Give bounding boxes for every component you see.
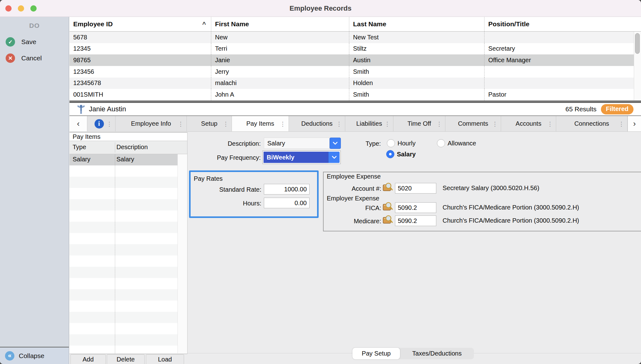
table-row[interactable]: 5678 New New Test bbox=[69, 32, 634, 43]
pay-setup-tab[interactable]: Pay Setup bbox=[352, 348, 400, 359]
cell-position-title: Secretary bbox=[485, 43, 634, 55]
radio-salary-label[interactable]: Salary bbox=[397, 151, 416, 158]
cancel-button[interactable]: ✕ Cancel bbox=[0, 53, 69, 64]
description-label: Description: bbox=[189, 140, 261, 147]
radio-allowance-label[interactable]: Allowance bbox=[448, 140, 476, 147]
tab-employee-info[interactable]: Employee Info ⋮ bbox=[115, 116, 187, 131]
column-header-position-title[interactable]: Position/Title bbox=[485, 17, 634, 31]
pay-frequency-value[interactable]: BiWeekly bbox=[264, 152, 328, 163]
tab-menu-dots-icon[interactable]: ⋮ bbox=[336, 120, 342, 127]
cell-first-name: New bbox=[211, 32, 349, 43]
filtered-badge[interactable]: Filtered bbox=[601, 104, 633, 114]
account-description: Secretary Salary (3000.5020.H.56) bbox=[443, 185, 539, 192]
tab-pay-items[interactable]: Pay Items ⋮ bbox=[232, 116, 289, 131]
tab-menu-dots-icon[interactable]: ⋮ bbox=[547, 120, 553, 127]
tab-label: Connections bbox=[574, 120, 609, 127]
cell-last-name: Holden bbox=[349, 78, 485, 89]
cancel-x-icon: ✕ bbox=[6, 53, 15, 63]
cell-position-title bbox=[485, 78, 634, 89]
employee-table-header: Employee ID ^ First Name Last Name Posit… bbox=[69, 17, 641, 32]
cell-employee-id: 5678 bbox=[69, 32, 211, 43]
tab-menu-dots-icon[interactable]: ⋮ bbox=[280, 120, 286, 127]
radio-hourly[interactable] bbox=[387, 139, 395, 147]
employee-expense-title: Employee Expense bbox=[327, 173, 381, 180]
cell-position-title: Office Manager bbox=[485, 54, 634, 66]
tab-info[interactable]: i ⋮ bbox=[87, 116, 115, 131]
tab-menu-dots-icon[interactable]: ⋮ bbox=[178, 120, 184, 127]
pay-frequency-dropdown-button[interactable] bbox=[328, 152, 340, 163]
taxes-deductions-tab[interactable]: Taxes/Deductions bbox=[400, 348, 474, 359]
bottom-segmented-control: Pay Setup Taxes/Deductions bbox=[352, 348, 474, 359]
cell-last-name: Smith bbox=[349, 89, 485, 100]
pay-rates-title: Pay Rates bbox=[194, 175, 223, 182]
description-select[interactable]: Salary bbox=[264, 138, 330, 149]
hours-input[interactable] bbox=[264, 198, 310, 208]
cell-employee-id: 001SMITH bbox=[69, 89, 211, 100]
cell-first-name: Janie bbox=[211, 54, 349, 66]
save-button[interactable]: ✓ Save bbox=[0, 36, 69, 48]
cell-position-title: Pastor bbox=[485, 89, 634, 100]
account-lookup-icon[interactable] bbox=[382, 182, 393, 192]
type-label: Type: bbox=[366, 140, 381, 147]
medicare-description: Church's FICA/Medicare Portion (3000.509… bbox=[443, 217, 579, 224]
fica-label: FICA: bbox=[312, 204, 381, 212]
tab-deductions[interactable]: Deductions ⋮ bbox=[289, 116, 345, 131]
collapse-button[interactable]: « Collapse bbox=[0, 347, 69, 364]
tab-liabilities[interactable]: Liabilities ⋮ bbox=[345, 116, 393, 131]
table-horizontal-scrollbar[interactable] bbox=[69, 100, 641, 103]
tab-label: Pay Items bbox=[246, 120, 274, 127]
tab-menu-dots-icon[interactable]: ⋮ bbox=[618, 120, 624, 127]
table-row[interactable]: 001SMITH John A Smith Pastor bbox=[69, 89, 634, 100]
column-label: First Name bbox=[215, 20, 249, 28]
sidebar: DO ✓ Save ✕ Cancel « Collapse bbox=[0, 17, 69, 364]
pay-frequency-select[interactable]: BiWeekly bbox=[262, 150, 341, 164]
tab-menu-dots-icon[interactable]: ⋮ bbox=[436, 120, 442, 127]
tab-connections[interactable]: Connections ⋮ bbox=[556, 116, 628, 131]
tabs-scroll-right-button[interactable]: › bbox=[628, 116, 641, 131]
tab-time-off[interactable]: Time Off ⋮ bbox=[393, 116, 445, 131]
table-row[interactable]: 123456 Jerry Smith bbox=[69, 66, 634, 78]
tab-menu-dots-icon[interactable]: ⋮ bbox=[106, 120, 112, 127]
cell-employee-id: 12345678 bbox=[69, 78, 211, 89]
radio-salary[interactable] bbox=[386, 150, 394, 158]
table-row-selected[interactable]: 98765 Janie Austin Office Manager bbox=[69, 54, 634, 66]
tab-bar: ‹ i ⋮ Employee Info ⋮ Setup ⋮ Pay Items … bbox=[69, 116, 641, 132]
collapse-chevrons-icon: « bbox=[5, 351, 14, 361]
cell-position-title bbox=[485, 32, 634, 43]
table-row[interactable]: 12345678 malachi Holden bbox=[69, 78, 634, 89]
medicare-account-input[interactable] bbox=[395, 215, 436, 226]
cell-employee-id: 12345 bbox=[69, 43, 211, 55]
info-icon: i bbox=[95, 119, 104, 129]
table-row[interactable]: 12345 Terri Stiltz Secretary bbox=[69, 43, 634, 55]
account-number-input[interactable] bbox=[395, 183, 436, 194]
tab-menu-dots-icon[interactable]: ⋮ bbox=[384, 120, 390, 127]
fica-lookup-icon[interactable] bbox=[382, 201, 393, 211]
cancel-label: Cancel bbox=[21, 54, 42, 62]
tab-accounts[interactable]: Accounts ⋮ bbox=[501, 116, 556, 131]
table-vertical-scrollbar[interactable] bbox=[634, 32, 641, 100]
scrollbar-thumb[interactable] bbox=[635, 33, 640, 54]
fica-account-input[interactable] bbox=[395, 202, 436, 213]
record-name: Janie Austin bbox=[89, 105, 126, 113]
pay-rates-highlight-box: Pay Rates Standard Rate: Hours: bbox=[189, 170, 319, 218]
column-header-employee-id[interactable]: Employee ID ^ bbox=[69, 17, 211, 31]
tab-menu-dots-icon[interactable]: ⋮ bbox=[492, 120, 498, 127]
cell-last-name: Austin bbox=[349, 54, 485, 66]
cell-last-name: Smith bbox=[349, 66, 485, 78]
radio-hourly-label[interactable]: Hourly bbox=[397, 140, 416, 147]
column-header-first-name[interactable]: First Name bbox=[211, 17, 349, 31]
hours-label: Hours: bbox=[191, 200, 261, 207]
standard-rate-input[interactable] bbox=[264, 184, 310, 195]
tab-menu-dots-icon[interactable]: ⋮ bbox=[223, 120, 229, 127]
description-dropdown-button[interactable] bbox=[330, 138, 341, 149]
sort-ascending-icon[interactable]: ^ bbox=[202, 21, 206, 28]
tabs-scroll-left-button[interactable]: ‹ bbox=[69, 116, 87, 131]
collapse-label: Collapse bbox=[19, 352, 44, 360]
radio-allowance[interactable] bbox=[437, 139, 445, 147]
employee-records-window: Employee Records DO ✓ Save ✕ Cancel « Co… bbox=[0, 0, 641, 364]
cell-first-name: Terri bbox=[211, 43, 349, 55]
medicare-lookup-icon[interactable] bbox=[382, 215, 393, 225]
column-header-last-name[interactable]: Last Name bbox=[349, 17, 485, 31]
tab-setup[interactable]: Setup ⋮ bbox=[187, 116, 232, 131]
tab-comments[interactable]: Comments ⋮ bbox=[445, 116, 501, 131]
